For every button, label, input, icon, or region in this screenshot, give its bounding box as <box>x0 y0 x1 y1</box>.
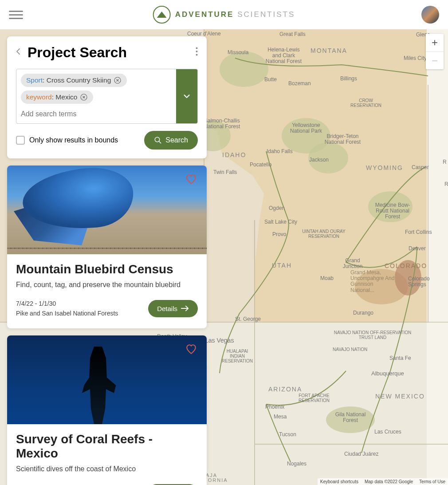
map-label: HUALAPAI INDIAN RESERVATION <box>220 349 255 363</box>
map-label: Moab <box>320 275 334 281</box>
map-label: NEW MEXICO <box>375 393 425 400</box>
details-button[interactable]: Details <box>148 300 198 317</box>
result-card[interactable]: Mountain Bluebird Census Find, count, ta… <box>7 166 207 328</box>
panel-footer: Only show results in bounds Search <box>16 131 198 150</box>
card-body: Survey of Coral Reefs - Mexico Scientifi… <box>7 424 207 485</box>
expand-filters-button[interactable] <box>176 69 197 123</box>
bounds-checkbox-label[interactable]: Only show results in bounds <box>16 136 118 145</box>
map-label: FORNIA <box>204 477 228 483</box>
bounds-label-text: Only show results in bounds <box>29 136 118 144</box>
favorite-button[interactable] <box>185 173 197 187</box>
keyboard-shortcuts-link[interactable]: Keyboard shortcuts <box>320 479 358 484</box>
more-options-button[interactable] <box>196 47 198 58</box>
map-label: COLORADO <box>385 262 427 269</box>
app-header: ADVENTURE SCIENTISTS <box>0 0 448 29</box>
filter-tag-keyword: keyword: Mexico <box>21 91 93 104</box>
map-label: Tucson <box>279 431 296 438</box>
zoom-controls: + − <box>426 34 444 69</box>
search-panel: Project Search Sport: Cross Country Skii… <box>7 36 207 158</box>
map-label: Missoula <box>228 49 248 55</box>
map-label: Twin Falls <box>213 169 237 175</box>
search-button[interactable]: Search <box>144 131 198 150</box>
panel-header: Project Search <box>16 44 198 61</box>
card-image <box>7 166 207 254</box>
zoom-out-button[interactable]: − <box>426 51 444 69</box>
map-label: Bozeman <box>288 80 311 87</box>
card-description: Find, count, tag, and preserve the mount… <box>16 281 198 289</box>
map-label: Santa Fe <box>389 355 411 361</box>
map-attribution: Keyboard shortcuts Map data ©2022 Google… <box>318 478 448 485</box>
map-label: Idaho Falls <box>267 148 293 154</box>
search-box: Sport: Cross Country Skiing keyword: Mex… <box>16 69 198 124</box>
card-footer: 7/1/22 - 7/1/25 Mexico Details <box>16 483 198 485</box>
map-label: Bridger-Teton National Forest <box>324 134 362 145</box>
back-button[interactable] <box>16 48 20 57</box>
map-label: R <box>443 159 447 165</box>
filter-tag-sport: Sport: Cross Country Skiing <box>21 74 127 87</box>
map-data-attribution: Map data ©2022 Google <box>365 479 413 484</box>
user-avatar[interactable] <box>421 6 439 24</box>
svg-point-16 <box>196 47 198 49</box>
map-label: Mesa <box>274 414 287 420</box>
svg-point-18 <box>196 54 198 56</box>
map-label: UINTAH AND OURAY RESERVATION <box>302 229 346 239</box>
map-label: Salmon-Challis National Forest <box>204 118 242 130</box>
card-meta: 7/1/22 - 7/1/25 Mexico <box>16 483 56 485</box>
svg-point-8 <box>220 51 268 87</box>
map-label: Pocatello <box>250 162 271 168</box>
map-label: Las Cruces <box>374 429 401 435</box>
map-label: FORT APACHE RESERVATION <box>292 393 336 403</box>
search-tags-container[interactable]: Sport: Cross Country Skiing keyword: Mex… <box>16 69 176 123</box>
map-label: Grand Mesa, Uncompahgre And Gunnison Nat… <box>350 270 395 293</box>
result-card[interactable]: Survey of Coral Reefs - Mexico Scientifi… <box>7 335 207 485</box>
svg-point-17 <box>196 51 198 52</box>
map-label: NAVAJO NATION <box>333 347 367 352</box>
map-label: Salt Lake City <box>264 219 297 225</box>
map-label: Fort Collins <box>405 229 432 235</box>
svg-rect-2 <box>427 29 448 485</box>
logo[interactable]: ADVENTURE SCIENTISTS <box>153 6 295 24</box>
map-label: St. George <box>235 316 261 322</box>
card-image <box>7 335 207 424</box>
map-label: CROW RESERVATION <box>346 98 386 108</box>
logo-icon <box>153 6 171 24</box>
remove-tag-button[interactable] <box>114 76 122 84</box>
terms-link[interactable]: Terms of Use <box>419 479 445 484</box>
map-label: Nogales <box>287 461 307 467</box>
map-label: Ogden <box>269 205 285 211</box>
map-label: Denver <box>409 245 426 252</box>
remove-tag-button[interactable] <box>80 93 88 101</box>
map-label: Phoenix <box>265 404 284 410</box>
map-label: Gila National Forest <box>333 412 368 423</box>
bounds-checkbox[interactable] <box>16 136 25 145</box>
map-label: Miles City <box>404 55 427 61</box>
map-label: Billings <box>340 75 357 82</box>
map-label: UTAH <box>272 262 292 269</box>
card-body: Mountain Bluebird Census Find, count, ta… <box>7 254 207 328</box>
map-label: IDAHO <box>222 151 246 158</box>
map-label: Ri <box>444 181 448 187</box>
map-label: Colorado Springs <box>408 276 435 288</box>
card-meta: 7/4/22 - 1/1/30 Pike and San Isabel Nati… <box>16 299 118 319</box>
map-label: Great Falls <box>279 31 306 37</box>
map-label: Coeur d'Alene <box>187 31 221 37</box>
map-label: MONTANA <box>310 47 347 54</box>
map-label: Medicine Bow-Routt National Forest <box>370 202 415 220</box>
card-title: Mountain Bluebird Census <box>16 262 198 276</box>
zoom-in-button[interactable]: + <box>426 34 444 51</box>
map-label: Casper <box>412 164 429 170</box>
map-label: WYOMING <box>366 164 403 171</box>
map-label: Yellowstone National Park <box>288 122 324 134</box>
sidebar: Project Search Sport: Cross Country Skii… <box>7 36 207 485</box>
map-label: Butte <box>264 76 277 83</box>
map-label: Provo <box>272 231 286 237</box>
logo-text: ADVENTURE SCIENTISTS <box>175 10 295 19</box>
menu-button[interactable] <box>9 8 23 22</box>
card-footer: 7/4/22 - 1/1/30 Pike and San Isabel Nati… <box>16 299 198 319</box>
page-title: Project Search <box>28 44 189 61</box>
search-input[interactable] <box>21 107 172 121</box>
favorite-button[interactable] <box>185 343 197 357</box>
map-label: NAVAJO NATION OFF-RESERVATION TRUST LAND <box>333 330 413 340</box>
map-label: Grand Junction <box>339 258 366 269</box>
map-label: ARIZONA <box>268 386 302 393</box>
